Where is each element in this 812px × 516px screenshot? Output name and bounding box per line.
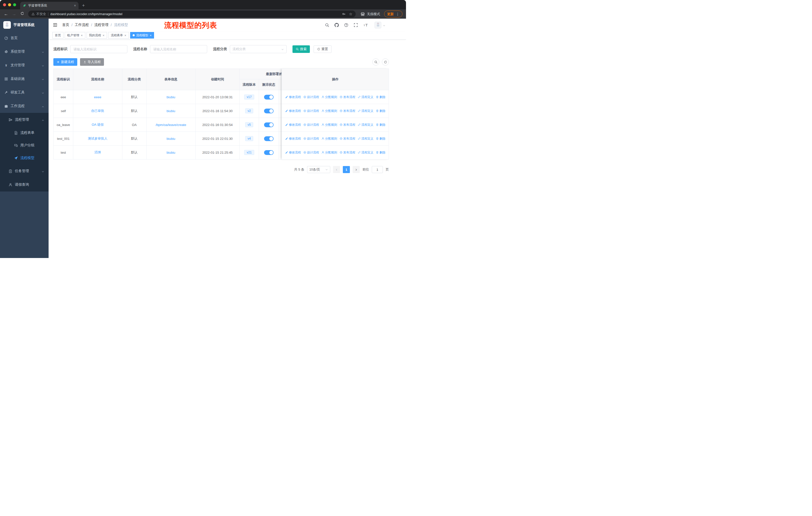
github-icon[interactable] [335,23,339,27]
search-icon[interactable] [325,23,329,27]
search-button[interactable]: 搜索 [292,45,310,53]
prev-page-button[interactable]: ‹ [333,166,340,173]
tag-my-process[interactable]: 我的流程× [87,32,107,38]
assign-rule-link[interactable]: 分配规则 [321,123,337,127]
create-process-button[interactable]: 新建流程 [53,58,77,66]
assign-rule-link[interactable]: 分配规则 [321,95,337,99]
font-size-icon[interactable] [363,23,369,27]
breadcrumb-workflow[interactable]: 工作流程 [75,23,89,27]
minimize-window-button[interactable] [8,3,11,6]
close-icon[interactable]: × [103,34,105,37]
refresh-table-button[interactable] [382,58,389,65]
process-name-link[interactable]: 滔博 [94,151,101,154]
sidebar-item-system[interactable]: 系统管理 [0,45,49,58]
publish-process-link[interactable]: 发布流程 [340,151,355,155]
process-name-link[interactable]: 测试多审批人 [88,137,108,140]
process-name-input[interactable] [150,45,207,53]
sidebar-item-infrastructure[interactable]: 基础设施 [0,72,49,86]
sidebar-item-process-management[interactable]: 流程管理 [0,113,49,127]
fullscreen-icon[interactable] [354,23,358,27]
forward-button[interactable]: → [10,11,18,17]
process-name-link[interactable]: 自己审批 [91,109,104,113]
active-toggle[interactable] [264,109,273,113]
tag-home[interactable]: 首页 [52,32,63,38]
process-definition-link[interactable]: 流程定义 [358,109,374,113]
goto-page-input[interactable] [372,166,383,173]
sidebar-item-task-management[interactable]: 任务管理 [0,164,49,178]
process-category-select[interactable]: 流程分类 [230,45,287,53]
form-info-link[interactable]: biubiu [167,137,175,141]
process-name-link[interactable]: OA 请假 [92,123,104,127]
process-definition-link[interactable]: 流程定义 [358,95,374,99]
process-definition-link[interactable]: 流程定义 [358,123,374,127]
address-bar[interactable]: 不安全 dashboard.yudao.iocoder.cn/bpm/manag… [28,10,356,18]
active-toggle[interactable] [264,136,273,141]
close-window-button[interactable] [3,3,6,6]
process-definition-link[interactable]: 流程定义 [358,151,374,155]
next-page-button[interactable]: › [353,166,360,173]
process-id-input[interactable] [70,45,127,53]
tab-close-icon[interactable]: × [74,3,76,7]
back-button[interactable]: ← [2,11,9,17]
form-info-link[interactable]: biubiu [167,109,175,113]
sidebar-item-process-model[interactable]: 流程模型 [0,152,49,164]
current-page-button[interactable]: 1 [343,166,350,173]
tag-tenant-management[interactable]: 租户管理× [65,32,85,38]
process-definition-link[interactable]: 流程定义 [358,137,374,141]
password-key-icon[interactable] [342,12,346,16]
delete-link[interactable]: 删除 [376,95,386,99]
process-name-link[interactable]: eeee [94,95,102,99]
sidebar-item-home[interactable]: 首页 [0,31,49,45]
breadcrumb-home[interactable]: 首页 [62,23,69,27]
hamburger-fold-icon[interactable] [53,22,58,27]
publish-process-link[interactable]: 发布流程 [340,123,355,127]
delete-link[interactable]: 删除 [376,137,386,141]
app-logo[interactable]: 芋道管理系统 [0,19,49,31]
form-info-link[interactable]: biubiu [167,151,175,155]
form-info-link[interactable]: biubiu [167,95,175,99]
form-info-link[interactable]: /bpm/oa/leave/create [155,123,186,127]
browser-menu-update[interactable]: 更新 ⋮ [384,10,403,18]
design-process-link[interactable]: 设计流程 [303,109,319,113]
sidebar-item-process-form[interactable]: 流程表单 [0,127,49,139]
bookmark-star-icon[interactable]: ☆ [349,12,352,17]
modify-process-link[interactable]: 修改流程 [285,151,301,155]
reset-button[interactable]: 重置 [314,45,331,53]
user-avatar-menu[interactable] [375,22,385,28]
close-icon[interactable]: × [81,34,83,37]
hide-search-button[interactable] [372,58,379,65]
delete-link[interactable]: 删除 [376,123,386,127]
publish-process-link[interactable]: 发布流程 [340,137,355,141]
design-process-link[interactable]: 设计流程 [303,123,319,127]
active-toggle[interactable] [264,95,273,100]
active-toggle[interactable] [264,150,273,155]
browser-tab[interactable]: 芋道管理系统 × [20,2,79,9]
modify-process-link[interactable]: 修改流程 [285,109,301,113]
kebab-menu-icon[interactable]: ⋮ [396,12,400,16]
assign-rule-link[interactable]: 分配规则 [321,151,337,155]
zoom-window-button[interactable] [13,3,16,6]
breadcrumb-process-management[interactable]: 流程管理 [94,23,109,27]
sidebar-item-leave-query[interactable]: 请假查询 [0,178,49,191]
modify-process-link[interactable]: 修改流程 [285,137,301,141]
sidebar-item-user-group[interactable]: 用户分组 [0,139,49,152]
design-process-link[interactable]: 设计流程 [303,137,319,141]
delete-link[interactable]: 删除 [376,109,386,113]
modify-process-link[interactable]: 修改流程 [285,123,301,127]
page-size-select[interactable]: 10条/页 [307,166,330,173]
design-process-link[interactable]: 设计流程 [303,151,319,155]
new-tab-button[interactable]: + [82,3,85,8]
publish-process-link[interactable]: 发布流程 [340,95,355,99]
design-process-link[interactable]: 设计流程 [303,95,319,99]
sidebar-item-devtools[interactable]: 研发工具 [0,86,49,99]
reload-button[interactable] [19,11,26,17]
tag-process-model-active[interactable]: 流程模型× [130,32,154,38]
sidebar-item-payment[interactable]: 支付管理 [0,58,49,72]
close-icon[interactable]: × [150,34,152,37]
sidebar-item-workflow[interactable]: 工作流程 [0,99,49,113]
security-indicator[interactable]: 不安全 [31,12,46,17]
import-process-button[interactable]: 导入流程 [80,58,104,66]
assign-rule-link[interactable]: 分配规则 [321,109,337,113]
publish-process-link[interactable]: 发布流程 [340,109,355,113]
active-toggle[interactable] [264,123,273,127]
